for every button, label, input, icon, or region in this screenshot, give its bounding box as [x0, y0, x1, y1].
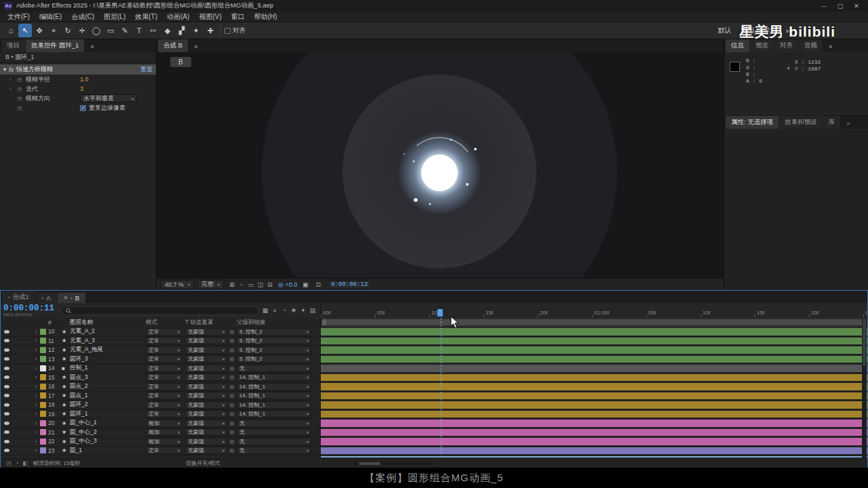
camera-icon[interactable]: ▣ [300, 281, 310, 288]
parent-pickwhip-icon[interactable]: ◎ [227, 429, 237, 435]
layer-duration-bar[interactable] [321, 456, 867, 458]
property-dropdown[interactable]: 水平和垂直▾ [80, 94, 137, 102]
layer-name[interactable]: 圆_中心_1 [70, 419, 146, 427]
layer-track[interactable] [321, 382, 867, 392]
parent-link-dropdown[interactable]: 14. 控制_1▾ [237, 383, 311, 390]
panel-tab[interactable]: 库 [823, 116, 841, 129]
layer-expand-arrow[interactable]: › [32, 420, 40, 426]
scrollbar-thumb[interactable] [359, 462, 380, 465]
matte-column-header[interactable]: T 轨道遮罩 [185, 319, 227, 327]
parent-pickwhip-icon[interactable]: ◎ [227, 439, 237, 445]
layer-duration-bar[interactable] [321, 420, 867, 427]
tool-icon[interactable]: ✚ [203, 24, 217, 37]
status-icon[interactable]: ◔ [13, 460, 21, 466]
layer-visibility-toggle[interactable] [4, 440, 9, 443]
layer-row[interactable]: ›18★圆环_2正常▾无蒙版▾◎14. 控制_1▾ [1, 401, 867, 410]
toggle-switches-button[interactable]: 切换开关/模式 [186, 460, 220, 467]
track-matte-dropdown[interactable]: 无蒙版▾ [185, 410, 227, 418]
layer-duration-bar[interactable] [321, 346, 867, 354]
layer-duration-bar[interactable] [321, 365, 867, 372]
panel-tab[interactable]: 属性: 无选择项 [726, 116, 778, 129]
effect-reset-link[interactable]: 重置 [140, 65, 153, 74]
timeline-tab[interactable]: ✕▪B [58, 293, 86, 303]
property-value[interactable]: 3 [80, 85, 83, 92]
work-area[interactable] [321, 318, 867, 327]
resolution-dropdown[interactable]: 完整 ▾ [197, 280, 224, 289]
layer-row[interactable]: ›19★圆环_1正常▾无蒙版▾◎14. 控制_1▾ [1, 410, 867, 420]
tool-icon[interactable]: ⌖ [47, 24, 60, 37]
layer-expand-arrow[interactable]: › [32, 329, 40, 335]
layer-row[interactable]: ›12★元素_A_拖尾正常▾无蒙版▾◎5. 控制_2▾ [1, 346, 867, 355]
panel-tab[interactable]: 项目 [1, 39, 25, 52]
viewer-timecode[interactable]: 0:00:00:13 [326, 280, 372, 289]
viewer-option-icon[interactable]: ⊞ [227, 281, 237, 288]
timecode[interactable]: 0:00:00:11 [3, 304, 59, 313]
layer-mode-dropdown[interactable]: 正常▾ [146, 373, 182, 381]
tool-icon[interactable]: T [132, 24, 146, 37]
layer-expand-arrow[interactable]: › [32, 439, 40, 445]
layer-color-label[interactable] [40, 356, 48, 362]
layer-duration-bar[interactable] [321, 447, 867, 455]
layer-color-label[interactable] [40, 365, 48, 371]
layer-name[interactable]: 圆_中心_3 [70, 437, 146, 445]
layer-duration-bar[interactable] [321, 338, 867, 345]
track-matte-dropdown[interactable]: 无蒙版▾ [185, 447, 227, 454]
timeline-option-icon[interactable]: ❖ [289, 307, 298, 314]
timeline-option-icon[interactable]: ▤ [308, 307, 317, 314]
scrollbar-thumb[interactable] [863, 319, 866, 366]
layer-visibility-toggle[interactable] [4, 339, 9, 342]
menu-item[interactable]: 文件(F) [3, 12, 35, 22]
menu-item[interactable]: 窗口 [226, 12, 250, 22]
layer-name[interactable]: 圆点_3 [70, 373, 146, 382]
layer-track[interactable] [321, 428, 867, 438]
parent-column-header[interactable]: 父级和链接 [237, 319, 311, 327]
mode-column-header[interactable]: 模式 [146, 319, 182, 327]
layer-expand-arrow[interactable]: › [32, 447, 40, 453]
layer-duration-bar[interactable] [321, 374, 867, 382]
track-matte-dropdown[interactable]: 无蒙版▾ [185, 420, 227, 427]
parent-link-dropdown[interactable]: 无▾ [237, 438, 311, 445]
horizontal-scrollbar[interactable] [353, 462, 435, 465]
layer-row[interactable]: ›15★圆点_3正常▾无蒙版▾◎14. 控制_1▾ [1, 373, 867, 383]
layer-track[interactable] [321, 337, 867, 346]
layer-mode-dropdown[interactable]: 正常▾ [146, 328, 182, 336]
layer-track[interactable] [321, 327, 867, 337]
layer-color-label[interactable] [40, 411, 48, 417]
layer-visibility-toggle[interactable] [4, 367, 9, 370]
layer-row[interactable]: ›21★圆_中心_2相加▾无蒙版▾◎无▾ [1, 428, 867, 438]
layer-track[interactable] [321, 410, 867, 420]
maximize-button[interactable]: ▢ [833, 3, 848, 9]
layer-visibility-toggle[interactable] [4, 385, 9, 388]
stopwatch-icon[interactable]: ◷ [17, 96, 23, 102]
track-matte-dropdown[interactable]: 无蒙版▾ [185, 337, 227, 344]
layer-color-label[interactable] [40, 429, 48, 435]
menu-item[interactable]: 图层(L) [99, 12, 130, 22]
snap-checkbox[interactable] [224, 28, 231, 34]
track-matte-dropdown[interactable]: 无蒙版▾ [185, 438, 227, 445]
tool-icon[interactable]: ◯ [90, 24, 103, 37]
layer-row[interactable]: ›16★圆点_2正常▾无蒙版▾◎14. 控制_1▾ [1, 382, 867, 392]
layer-expand-arrow[interactable]: › [32, 411, 40, 417]
timeline-ruler[interactable]: 00f05f10f15f20f01:00f05f10f15f20f02:00f [321, 303, 867, 318]
stopwatch-icon[interactable]: ◷ [17, 77, 23, 83]
layer-row[interactable]: ›17★圆点_1正常▾无蒙版▾◎14. 控制_1▾ [1, 392, 867, 401]
parent-link-dropdown[interactable]: 14. 控制_1▾ [237, 392, 311, 399]
layer-row[interactable]: ›10★元素_A_2正常▾无蒙版▾◎5. 控制_2▾ [1, 327, 867, 337]
layer-mode-dropdown[interactable]: 正常▾ [146, 447, 182, 454]
panel-menu-icon[interactable]: ≡ [87, 41, 97, 52]
viewer-option-icon[interactable]: ⊟ [265, 281, 275, 288]
parent-link-dropdown[interactable]: 无▾ [237, 420, 311, 427]
layer-expand-arrow[interactable]: › [32, 392, 40, 399]
effect-header[interactable]: ▾ fx 快速方框模糊 重置 [0, 64, 156, 75]
parent-pickwhip-icon[interactable]: ◎ [227, 374, 237, 380]
layer-visibility-toggle[interactable] [4, 422, 9, 425]
layer-color-label[interactable] [40, 420, 48, 426]
panel-menu-icon[interactable]: ≡ [826, 41, 835, 52]
layer-color-label[interactable] [40, 439, 48, 445]
layer-color-label[interactable] [40, 338, 48, 344]
close-button[interactable]: ✕ [849, 3, 864, 9]
track-matte-dropdown[interactable]: 无蒙版▾ [185, 401, 227, 409]
checkbox[interactable]: ✓ [80, 105, 86, 111]
current-time-display[interactable]: 0:00:00:11 00011 (25.00 fps) [3, 304, 59, 317]
layer-visibility-toggle[interactable] [4, 357, 9, 361]
